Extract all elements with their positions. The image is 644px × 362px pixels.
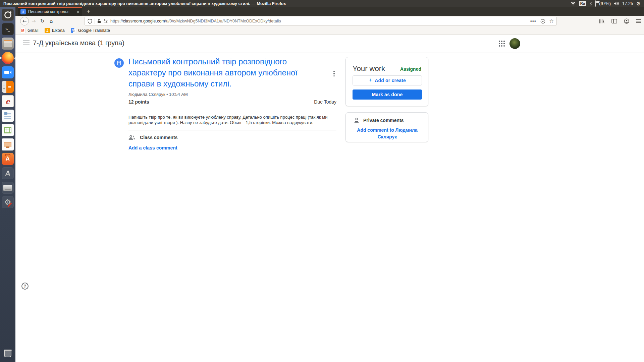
- class-comments-header: Class comments: [128, 135, 178, 140]
- file-archive-icon: [2, 38, 14, 50]
- url-protocol: https://: [110, 19, 123, 23]
- divider: [128, 130, 336, 130]
- dock-item-firefox[interactable]: [1, 52, 14, 64]
- more-options-icon[interactable]: [331, 70, 337, 78]
- add-or-create-button[interactable]: + Add or create: [353, 75, 422, 85]
- firefox-icon: [2, 52, 14, 64]
- calculator-icon: [2, 81, 14, 93]
- system-tweaks-icon: [2, 196, 14, 208]
- browser-tab[interactable]: Письмовий контрольн ×: [18, 7, 82, 16]
- bookmark-label: Google Translate: [78, 28, 110, 33]
- battery-percent: (97%): [599, 1, 611, 6]
- your-work-title: Your work: [353, 64, 385, 73]
- volume-icon[interactable]: [614, 1, 619, 6]
- power-gear-icon[interactable]: ⚙: [636, 1, 641, 7]
- dock-item-terminal[interactable]: [1, 23, 14, 36]
- dock-item-metallic-emblem[interactable]: [1, 167, 14, 180]
- status-badge: Assigned: [400, 66, 421, 72]
- tab-title-fade: [64, 8, 72, 16]
- classroom-page: 7-Д українська мова (1 група) Письмовий …: [15, 35, 644, 362]
- dock-item-document-viewer[interactable]: [1, 95, 14, 108]
- private-comments-card: Private comments Add comment to Людмила …: [345, 112, 428, 142]
- battery-icon[interactable]: [595, 1, 596, 7]
- bookmark-gmail[interactable]: M Gmail: [20, 28, 39, 33]
- dock-item-trash[interactable]: [1, 347, 14, 360]
- divider: [95, 18, 95, 24]
- menu-hamburger-icon[interactable]: [636, 19, 641, 23]
- people-icon: [128, 135, 135, 140]
- help-button[interactable]: ?: [21, 283, 29, 290]
- bookmarks-bar: M Gmail Школа Google Translate: [15, 26, 644, 35]
- add-class-comment-link[interactable]: Add a class comment: [128, 145, 177, 150]
- gmail-icon: M: [20, 28, 25, 33]
- bluetooth-icon[interactable]: [589, 1, 592, 6]
- libreoffice-writer-icon: [2, 110, 14, 122]
- dock-item-zoom[interactable]: [1, 66, 14, 79]
- library-icon[interactable]: [599, 19, 605, 24]
- assignment-description: Напишіть твір про те, як ви виконуєте ул…: [128, 115, 337, 125]
- permissions-icon[interactable]: [103, 19, 108, 23]
- bookmark-school[interactable]: Школа: [45, 28, 65, 33]
- dock-item-system-tweaks[interactable]: [1, 196, 14, 208]
- document-viewer-icon: [2, 95, 14, 107]
- url-domain: classroom.google.com: [123, 19, 165, 23]
- dock: [0, 7, 15, 362]
- close-tab-icon[interactable]: ×: [76, 9, 79, 14]
- assignment-icon: [114, 58, 124, 68]
- points-row: 12 points Due Today: [128, 99, 336, 105]
- window-title: Письмовий контрольний твір розповідного …: [0, 1, 286, 6]
- assignment-due: Due Today: [314, 99, 336, 105]
- dock-item-libreoffice-impress[interactable]: [1, 138, 14, 151]
- main-menu-icon[interactable]: [23, 41, 30, 45]
- clock[interactable]: 17:25: [622, 1, 633, 6]
- private-comments-label: Private comments: [363, 118, 404, 123]
- dock-item-libreoffice-writer[interactable]: [1, 109, 14, 122]
- bookmark-star-icon[interactable]: ☆: [549, 18, 554, 24]
- add-private-comment-link[interactable]: Add comment to Людмила Склярук: [351, 127, 424, 140]
- system-tray: Ru (97%) 17:25 ⚙: [570, 1, 644, 7]
- google-translate-icon: [71, 28, 76, 33]
- libreoffice-calc-icon: [2, 124, 14, 136]
- divider: [128, 111, 336, 111]
- classroom-header: 7-Д українська мова (1 група): [15, 35, 644, 53]
- dock-item-libreoffice-calc[interactable]: [1, 124, 14, 136]
- dock-item-calculator[interactable]: [1, 80, 14, 93]
- zoom-icon: [2, 66, 14, 78]
- lock-icon[interactable]: [97, 19, 101, 23]
- account-icon[interactable]: [624, 18, 629, 24]
- wifi-icon[interactable]: [570, 1, 576, 6]
- dock-item-hard-disk[interactable]: [1, 181, 14, 194]
- tab-bar: Письмовий контрольн × +: [15, 7, 644, 16]
- screen: Письмовий контрольний твір розповідного …: [0, 0, 644, 362]
- new-tab-button[interactable]: +: [87, 8, 90, 15]
- reload-button[interactable]: ↻: [40, 18, 45, 24]
- google-apps-grid-icon[interactable]: [499, 41, 505, 47]
- bookmark-label: Школа: [52, 28, 65, 33]
- back-button[interactable]: ←: [20, 17, 29, 25]
- terminal-icon: [2, 23, 14, 35]
- metallic-emblem-icon: [2, 167, 14, 179]
- pocket-icon[interactable]: [540, 19, 545, 24]
- plus-icon: +: [369, 77, 372, 83]
- mark-as-done-label: Mark as done: [372, 92, 403, 97]
- dock-item-software-toolbox[interactable]: [1, 153, 14, 165]
- sidebar-icon[interactable]: [611, 19, 617, 23]
- home-button[interactable]: ⌂: [50, 18, 53, 24]
- address-bar[interactable]: https://classroom.google.com/u/0/c/MzkwN…: [85, 17, 557, 25]
- class-comments-label: Class comments: [140, 135, 178, 140]
- tracking-shield-icon[interactable]: [88, 19, 92, 24]
- user-avatar[interactable]: [509, 38, 520, 49]
- class-name: 7-Д українська мова (1 група): [33, 39, 124, 47]
- running-indicator: [0, 56, 2, 60]
- forward-button[interactable]: →: [32, 18, 36, 24]
- your-work-card: Your work Assigned + Add or create Mark …: [345, 57, 428, 106]
- page-actions-icon[interactable]: •••: [530, 18, 536, 24]
- mark-as-done-button[interactable]: Mark as done: [353, 89, 422, 100]
- libreoffice-impress-icon: [2, 138, 14, 150]
- dock-item-file-archive[interactable]: [1, 37, 14, 50]
- dock-item-ubuntu-dash[interactable]: [1, 8, 14, 21]
- bookmark-google-translate[interactable]: Google Translate: [71, 28, 110, 33]
- url-path: /u/0/c/MzkwNDg5NDI3MDA1/a/NDY0NTMxODExOD…: [165, 19, 281, 23]
- assignment-author-time: Людмила Склярук • 10:54 AM: [128, 92, 188, 97]
- keyboard-layout-indicator[interactable]: Ru: [579, 1, 587, 6]
